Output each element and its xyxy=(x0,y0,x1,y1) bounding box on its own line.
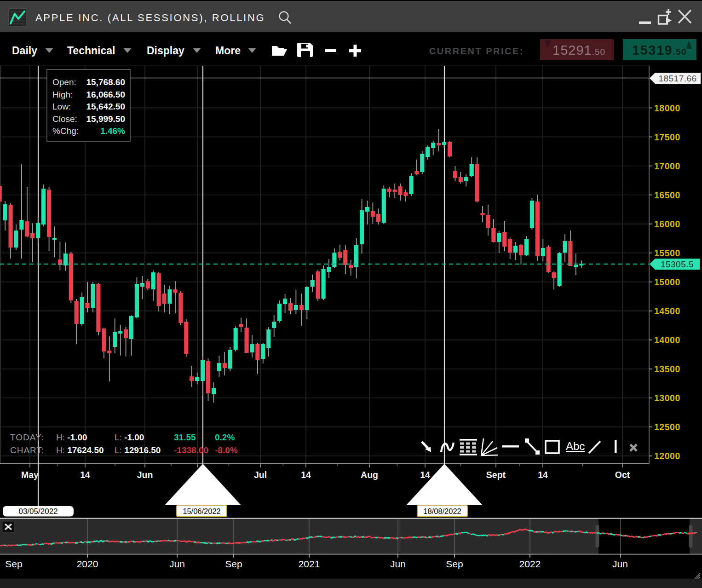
svg-text:14: 14 xyxy=(301,470,311,480)
svg-text:More: More xyxy=(215,45,241,57)
svg-text:14000: 14000 xyxy=(654,335,680,345)
svg-text:L: 12916.50: L: 12916.50 xyxy=(115,445,161,455)
svg-text:17500: 17500 xyxy=(654,132,680,142)
svg-text:2022: 2022 xyxy=(519,559,541,569)
svg-text:13500: 13500 xyxy=(654,364,680,374)
svg-text:0.2%: 0.2% xyxy=(215,432,235,442)
svg-text:TODAY:: TODAY: xyxy=(10,432,44,442)
svg-text:CHART:: CHART: xyxy=(10,445,44,455)
svg-text:15305.5: 15305.5 xyxy=(661,259,694,269)
svg-text:Sep: Sep xyxy=(225,559,242,569)
svg-text:Jul: Jul xyxy=(254,470,267,480)
svg-text:14: 14 xyxy=(538,470,548,480)
svg-text:16500: 16500 xyxy=(654,190,680,200)
svg-text:17000: 17000 xyxy=(654,161,680,171)
svg-text:12500: 12500 xyxy=(654,422,680,432)
svg-text:Jun: Jun xyxy=(169,559,185,569)
svg-text:12000: 12000 xyxy=(654,451,680,461)
svg-text:15,999.50: 15,999.50 xyxy=(86,114,125,124)
svg-text:15,768.60: 15,768.60 xyxy=(86,77,125,87)
svg-text:Technical: Technical xyxy=(67,45,115,57)
svg-text:15/06/2022: 15/06/2022 xyxy=(183,507,221,515)
svg-text:15000: 15000 xyxy=(654,277,680,287)
svg-text:18/08/2022: 18/08/2022 xyxy=(423,507,461,515)
svg-text:Close:: Close: xyxy=(52,114,77,124)
svg-text:APPLE INC. (ALL SESSIONS), ROL: APPLE INC. (ALL SESSIONS), ROLLING xyxy=(35,12,265,23)
svg-text:1.46%: 1.46% xyxy=(100,126,125,136)
svg-text:Sep: Sep xyxy=(446,559,463,569)
svg-text:Oct: Oct xyxy=(615,470,630,480)
svg-text:2020: 2020 xyxy=(77,559,98,569)
svg-text:15,642.50: 15,642.50 xyxy=(86,102,125,111)
svg-text:Jun: Jun xyxy=(612,559,628,569)
svg-text:Open:: Open: xyxy=(52,77,76,87)
svg-text:CURRENT PRICE:: CURRENT PRICE: xyxy=(429,46,524,56)
svg-text:03/05/2022: 03/05/2022 xyxy=(18,507,58,516)
svg-text:Abc: Abc xyxy=(566,440,585,452)
svg-text:16000: 16000 xyxy=(654,219,680,229)
svg-text:14: 14 xyxy=(420,470,430,480)
svg-text:May: May xyxy=(21,470,39,480)
svg-text:%Chg:: %Chg: xyxy=(52,126,79,136)
svg-text:13000: 13000 xyxy=(654,393,680,403)
svg-text:18000: 18000 xyxy=(654,103,680,113)
svg-text:Sept: Sept xyxy=(486,470,506,480)
svg-text:H: 17624.50: H: 17624.50 xyxy=(56,445,104,455)
svg-text:Sep: Sep xyxy=(5,559,22,569)
svg-text:14500: 14500 xyxy=(654,306,680,316)
svg-text:14: 14 xyxy=(80,470,90,480)
svg-text:2021: 2021 xyxy=(299,559,320,569)
svg-text:Jun: Jun xyxy=(137,470,153,480)
svg-text:Low:: Low: xyxy=(52,102,71,111)
svg-text:High:: High: xyxy=(52,90,73,99)
svg-text:Jun: Jun xyxy=(390,559,406,569)
svg-text:-8.0%: -8.0% xyxy=(215,445,238,455)
svg-text:18517.66: 18517.66 xyxy=(658,74,696,83)
svg-text:31.55: 31.55 xyxy=(174,432,196,442)
svg-text:L: -1.00: L: -1.00 xyxy=(115,432,144,442)
svg-text:15500: 15500 xyxy=(654,248,680,258)
svg-text:Display: Display xyxy=(147,45,184,57)
svg-text:H: -1.00: H: -1.00 xyxy=(56,432,87,442)
svg-text:Daily: Daily xyxy=(12,45,37,57)
svg-text:16,066.50: 16,066.50 xyxy=(86,90,125,99)
svg-text:Aug: Aug xyxy=(361,470,378,480)
svg-text:-1338.00: -1338.00 xyxy=(174,445,208,455)
